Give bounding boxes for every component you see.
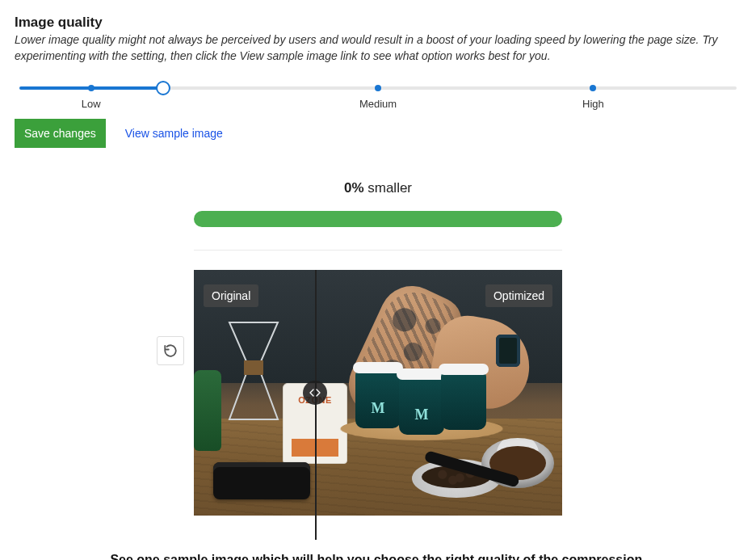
optimized-badge: Optimized: [485, 284, 552, 307]
smaller-text: 0% smaller: [194, 180, 562, 196]
divider: [194, 250, 562, 251]
slider-stop-medium[interactable]: [375, 85, 381, 91]
section-title: Image quality: [15, 15, 741, 31]
compare-divider[interactable]: [315, 270, 317, 540]
quality-slider[interactable]: Low Medium High: [19, 86, 737, 114]
slider-stop-low[interactable]: [88, 85, 94, 91]
compare-handle-icon: [309, 386, 321, 399]
slider-thumb[interactable]: [156, 81, 170, 95]
svg-rect-0: [244, 360, 263, 375]
bottom-caption: See one sample image which will help you…: [15, 553, 741, 560]
slider-label-low: Low: [82, 98, 101, 110]
size-bar: [194, 211, 562, 227]
refresh-button[interactable]: [157, 336, 184, 365]
slider-label-medium: Medium: [359, 98, 397, 110]
refresh-icon: [163, 343, 178, 358]
view-sample-link[interactable]: View sample image: [125, 127, 223, 140]
smaller-word: smaller: [368, 180, 412, 196]
smaller-percent: 0%: [344, 180, 364, 196]
original-badge: Original: [204, 284, 258, 307]
section-description: Lower image quality might not always be …: [15, 32, 741, 64]
image-compare[interactable]: M M Original Optimized: [194, 270, 562, 516]
slider-label-high: High: [582, 98, 604, 110]
slider-track: [19, 86, 737, 90]
save-button[interactable]: Save changes: [15, 119, 106, 148]
slider-stop-high[interactable]: [590, 85, 596, 91]
compare-handle[interactable]: [303, 381, 327, 405]
